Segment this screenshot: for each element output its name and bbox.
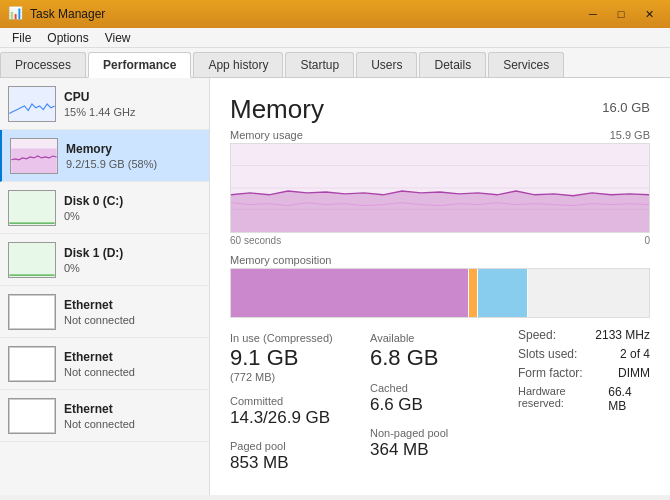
stats-col3: Speed: 2133 MHz Slots used: 2 of 4 Form … [510,328,650,481]
detail-slots: Slots used: 2 of 4 [518,347,650,361]
disk0-sub: 0% [64,210,201,222]
menu-options[interactable]: Options [39,29,96,47]
detail-form-factor-value: DIMM [618,366,650,380]
tab-services[interactable]: Services [488,52,564,77]
stat-non-paged-label: Non-paged pool [370,427,502,439]
disk1-sub: 0% [64,262,201,274]
stat-committed: Committed 14.3/26.9 GB [230,391,370,436]
stat-non-paged-value: 364 MB [370,441,502,460]
sidebar: CPU 15% 1.44 GHz Memory 9.2/15.9 GB (58%… [0,78,210,495]
detail-form-factor-label: Form factor: [518,366,583,380]
time-end: 0 [644,235,650,246]
stats-col2: Available 6.8 GB Cached 6.6 GB Non-paged… [370,328,510,481]
right-panel: Memory 16.0 GB Memory usage 15.9 GB [210,78,670,495]
memory-info: Memory 9.2/15.9 GB (58%) [66,142,201,170]
ethernet3-mini-graph [8,398,56,434]
sidebar-item-ethernet2[interactable]: Ethernet Not connected [0,338,209,390]
stat-paged-label: Paged pool [230,440,362,452]
usage-label: Memory usage [230,129,303,141]
svg-rect-0 [11,148,56,173]
memory-mini-graph [10,138,58,174]
window-controls: ─ □ ✕ [580,4,662,24]
tab-bar: Processes Performance App history Startu… [0,48,670,78]
ethernet3-info: Ethernet Not connected [64,402,201,430]
stat-non-paged: Non-paged pool 364 MB [370,423,510,468]
usage-max: 15.9 GB [610,129,650,141]
cpu-sub: 15% 1.44 GHz [64,106,201,118]
menu-file[interactable]: File [4,29,39,47]
stat-in-use-label: In use (Compressed) [230,332,362,344]
tab-app-history[interactable]: App history [193,52,283,77]
app-icon: 📊 [8,6,24,22]
ethernet2-info: Ethernet Not connected [64,350,201,378]
ethernet2-sub: Not connected [64,366,201,378]
stat-paged-value: 853 MB [230,454,362,473]
detail-form-factor: Form factor: DIMM [518,366,650,380]
app-title: Task Manager [30,7,580,21]
ethernet2-mini-graph [8,346,56,382]
stat-cached: Cached 6.6 GB [370,378,510,423]
cpu-info: CPU 15% 1.44 GHz [64,90,201,118]
panel-title: Memory [230,94,324,125]
stats-col1: In use (Compressed) 9.1 GB (772 MB) Comm… [230,328,370,481]
tab-startup[interactable]: Startup [285,52,354,77]
detail-hw-reserved: Hardware reserved: 66.4 MB [518,385,650,413]
comp-modified [469,269,477,317]
stat-available-label: Available [370,332,502,344]
disk1-name: Disk 1 (D:) [64,246,201,260]
comp-free [528,269,649,317]
ethernet3-sub: Not connected [64,418,201,430]
detail-hw-reserved-label: Hardware reserved: [518,385,608,413]
tab-performance[interactable]: Performance [88,52,191,78]
graph-time-row: 60 seconds 0 [230,235,650,246]
stat-cached-value: 6.6 GB [370,396,502,415]
graph-label-row: Memory usage 15.9 GB [230,129,650,141]
menu-bar: File Options View [0,28,670,48]
time-start: 60 seconds [230,235,281,246]
tab-processes[interactable]: Processes [0,52,86,77]
main-area: CPU 15% 1.44 GHz Memory 9.2/15.9 GB (58%… [0,78,670,495]
svg-marker-5 [231,191,649,232]
disk0-mini-graph [8,190,56,226]
detail-speed-value: 2133 MHz [595,328,650,342]
sidebar-item-disk1[interactable]: Disk 1 (D:) 0% [0,234,209,286]
menu-view[interactable]: View [97,29,139,47]
ethernet1-name: Ethernet [64,298,201,312]
cpu-mini-graph [8,86,56,122]
stat-in-use-sub: (772 MB) [230,371,362,383]
tab-users[interactable]: Users [356,52,417,77]
stat-available-value: 6.8 GB [370,346,502,370]
minimize-button[interactable]: ─ [580,4,606,24]
disk1-mini-graph [8,242,56,278]
title-bar: 📊 Task Manager ─ □ ✕ [0,0,670,28]
comp-in-use [231,269,469,317]
detail-slots-label: Slots used: [518,347,577,361]
tab-details[interactable]: Details [419,52,486,77]
stat-committed-label: Committed [230,395,362,407]
composition-section: Memory composition [230,254,650,318]
sidebar-item-ethernet3[interactable]: Ethernet Not connected [0,390,209,442]
stats-area: In use (Compressed) 9.1 GB (772 MB) Comm… [230,328,650,481]
stat-in-use: In use (Compressed) 9.1 GB (772 MB) [230,328,370,391]
detail-speed: Speed: 2133 MHz [518,328,650,342]
usage-graph-section: Memory usage 15.9 GB [230,129,650,246]
stat-available: Available 6.8 GB [370,328,510,378]
sidebar-item-disk0[interactable]: Disk 0 (C:) 0% [0,182,209,234]
ethernet1-mini-graph [8,294,56,330]
ethernet1-sub: Not connected [64,314,201,326]
disk1-info: Disk 1 (D:) 0% [64,246,201,274]
sidebar-item-ethernet1[interactable]: Ethernet Not connected [0,286,209,338]
stat-in-use-value: 9.1 GB [230,346,362,370]
memory-name: Memory [66,142,201,156]
ethernet2-name: Ethernet [64,350,201,364]
usage-graph-container [230,143,650,233]
sidebar-item-memory[interactable]: Memory 9.2/15.9 GB (58%) [0,130,209,182]
detail-hw-reserved-value: 66.4 MB [608,385,650,413]
restore-button[interactable]: □ [608,4,634,24]
close-button[interactable]: ✕ [636,4,662,24]
sidebar-item-cpu[interactable]: CPU 15% 1.44 GHz [0,78,209,130]
panel-header: Memory 16.0 GB [230,94,650,125]
stat-cached-label: Cached [370,382,502,394]
ethernet1-info: Ethernet Not connected [64,298,201,326]
composition-label: Memory composition [230,254,650,266]
